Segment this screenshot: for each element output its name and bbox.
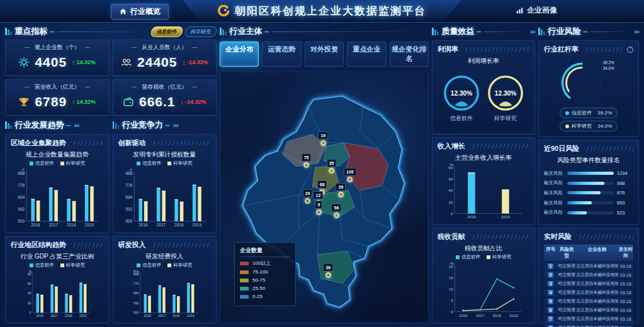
hatch-decoration: [463, 47, 529, 52]
map-legend-rows: 100以上75-10050-7525-500-25: [240, 260, 290, 299]
hatch-decoration: [151, 141, 212, 145]
more-icon[interactable]: [173, 121, 178, 129]
panel-subtitle: 实时风险: [544, 232, 572, 241]
gauge-label: 信息软件: [450, 114, 473, 123]
marker-value: 29: [303, 189, 313, 197]
stat-card: 规上企业数（个）4405↑14.32%: [5, 40, 110, 76]
pin-icon: [338, 192, 344, 197]
industry-main-section: 行业主体 企业分布运营态势对外投资重点企业规企变化排名: [220, 25, 429, 323]
tab-重点企业[interactable]: 重点企业: [347, 42, 386, 67]
map-marker[interactable]: 36: [323, 263, 333, 278]
hatch-decoration: [470, 235, 529, 239]
leverage-panel: 行业杠杆率 39.2%34.0%信息软件39.2%科学研究34.0%: [538, 40, 639, 137]
map-marker[interactable]: 19: [318, 131, 328, 146]
industry-risk-header: 行业风险: [538, 25, 639, 38]
tab-对外投资[interactable]: 对外投资: [305, 42, 344, 67]
realtime-risk-row[interactable]: 7司法预警北京启信卓越科技有限公司03-16: [544, 315, 633, 323]
realtime-risk-row[interactable]: 4司法预警北京启信卓越科技有限公司03-16: [544, 289, 633, 296]
chart-title: 税收贡献占比: [438, 244, 529, 253]
key-indicators-header: 重点指标 信息软件科学研究: [5, 25, 217, 38]
realtime-risk-row[interactable]: 6司法预警北京启信卓越科技有限公司03-16: [544, 306, 633, 314]
industry-trends-title: 行业发展趋势: [15, 119, 71, 131]
grouped_bar-chart: 020406080%2016201720182019: [11, 270, 104, 319]
chart-legend: 信息软件科学研究: [438, 254, 529, 260]
innovation-panel: 创新驱动 发明专利累计授权数量信息软件科学研究500592684776868个2…: [113, 134, 217, 233]
dashboard-root: 行业概览 朝阳区科创规上企业大数据监测平台 企业画像 重点指标 信息软件科学研究…: [0, 0, 644, 327]
competitiveness-header: 行业竞争力: [113, 119, 217, 131]
stat-card-label: 规上企业数（个）: [35, 43, 80, 52]
map-marker[interactable]: 105: [344, 168, 356, 182]
agglomeration-chart-host: 规上企业数量集聚趋势信息软件科学研究500592684776868个201620…: [11, 149, 104, 229]
realtime-risk-row[interactable]: 5司法预警北京启信卓越科技有限公司03-16: [544, 297, 633, 305]
nav-enterprise-portrait[interactable]: 企业画像: [516, 5, 557, 16]
more-icon[interactable]: [530, 28, 535, 35]
stat-card-value: 666.1: [139, 94, 176, 109]
filter-信息软件[interactable]: 信息软件: [150, 26, 184, 37]
svg-text:2019: 2019: [186, 314, 194, 318]
pin-icon: [347, 177, 353, 182]
legend-swatch: [240, 270, 249, 274]
marker-value: 105: [344, 168, 356, 176]
realtime-risk-row[interactable]: 1司法预警北京启信卓越科技有限公司03-16: [544, 262, 633, 270]
grouped_bar-chart: 500592684776868个2016201720182019: [11, 168, 104, 229]
chart-title: 利润增长率: [438, 57, 529, 65]
pin-icon: [303, 162, 309, 168]
svg-text:2018: 2018: [65, 314, 72, 318]
svg-text:684: 684: [18, 195, 25, 199]
realtime-risk-row[interactable]: 2司法预警北京启信卓越科技有限公司03-16: [544, 271, 633, 279]
more-icon[interactable]: [634, 28, 639, 35]
chart-legend: 信息软件科学研究: [11, 262, 104, 269]
filter-科学研究[interactable]: 科学研究: [184, 26, 218, 37]
map-marker[interactable]: 39: [336, 183, 346, 197]
map-marker[interactable]: 56: [332, 204, 342, 218]
tab-企业分布[interactable]: 企业分布: [220, 42, 259, 67]
svg-text:592: 592: [133, 301, 138, 305]
gear-icon: [18, 57, 30, 68]
section-divider: [272, 31, 429, 32]
map-marker[interactable]: 9: [315, 201, 322, 215]
stat-card-value: 4405: [35, 55, 67, 70]
svg-text:个: 个: [128, 168, 133, 172]
industry-trends-header: 行业发展趋势: [5, 119, 110, 131]
svg-text:%: %: [450, 163, 454, 167]
chart-title: 规上企业数量集聚趋势: [11, 150, 104, 159]
industry-main-title: 行业主体: [230, 26, 269, 37]
section-bars-icon: [220, 28, 227, 35]
realtime-risk-table: 序号风险类型企业名称发生时间1司法预警北京启信卓越科技有限公司03-162司法预…: [544, 245, 633, 319]
map-marker[interactable]: 75: [302, 153, 312, 168]
realtime-risk-row[interactable]: 8司法预警北京启信卓越科技有限公司03-16: [544, 324, 633, 327]
info-icon[interactable]: [627, 47, 633, 53]
nav-industry-overview[interactable]: 行业概览: [111, 4, 169, 19]
legend-swatch: [240, 279, 249, 282]
svg-text:592: 592: [18, 207, 25, 211]
quality-benefit-header: 质量效益: [432, 25, 535, 38]
trophy-icon: [18, 96, 30, 108]
grouped_bar-chart: 500592684776868个2016201720182019: [118, 168, 212, 229]
stat-card-delta: ↑14.32%: [72, 98, 96, 106]
people-icon: [121, 57, 132, 68]
risk-bar-row: 融资风险988: [544, 180, 633, 186]
svg-text:2018: 2018: [492, 313, 501, 318]
tab-规企变化排名[interactable]: 规企变化排名: [390, 42, 429, 67]
pin-icon: [320, 140, 326, 146]
legend-item: 科学研究34.0%: [560, 121, 618, 131]
svg-text:2017: 2017: [476, 313, 485, 318]
risk-bar-row: 融资风险1234: [544, 170, 633, 177]
map-legend: 企业数量 100以上75-10050-7525-500-25: [234, 242, 296, 306]
more-icon[interactable]: [74, 121, 79, 129]
svg-text:个: 个: [21, 168, 26, 172]
quality-benefit-section: 质量效益 利润率 利润增长率12.30%信息软件12.30%科学研究 收入增长 …: [432, 25, 535, 323]
panel-subtitle: 研发投入: [118, 240, 146, 250]
panel-subtitle: 行业杠杆率: [544, 45, 579, 54]
pin-icon: [329, 168, 334, 174]
hatch-decoration: [71, 243, 104, 247]
map-marker[interactable]: 35: [327, 159, 337, 174]
rd-chart-host: 研发经费投入信息软件科学研究500592684776868万元201620172…: [118, 251, 212, 319]
stat-card-value: 6789: [35, 94, 67, 109]
recent-risk-host: 风险类型事件数量排名融资风险1234融资风险988融资风险876融资风险653融…: [544, 155, 633, 221]
rd-investment-panel: 研发投入 研发经费投入信息软件科学研究500592684776868万元2016…: [113, 236, 217, 323]
tab-运营态势[interactable]: 运营态势: [262, 42, 301, 67]
realtime-risk-row[interactable]: 3司法预警北京启信卓越科技有限公司03-16: [544, 280, 633, 287]
map-marker[interactable]: 29: [303, 189, 313, 204]
chart-legend: 信息软件科学研究: [118, 262, 212, 269]
